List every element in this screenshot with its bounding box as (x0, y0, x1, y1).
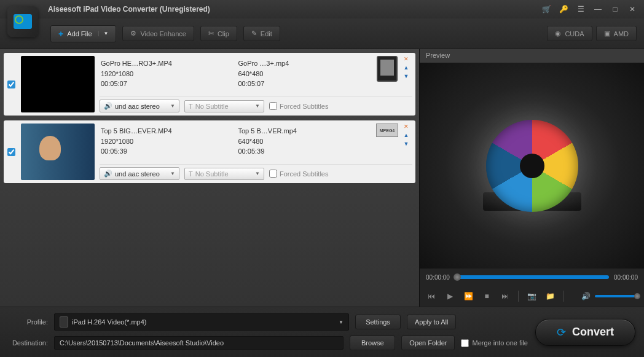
aperture-icon (486, 120, 578, 212)
cuda-label: CUDA (565, 30, 584, 37)
minimize-icon[interactable]: — (591, 4, 605, 15)
titlebar: Aiseesoft iPad Video Converter (Unregist… (0, 0, 644, 18)
item-checkbox[interactable] (7, 80, 15, 88)
mpeg-icon[interactable]: MPEG4 (376, 124, 398, 137)
profile-label: Profile: (9, 318, 48, 326)
refresh-icon: ⟳ (557, 326, 566, 339)
file-list: GoPro HE…RO3+.MP4 1920*1080 00:05:07 GoP… (0, 49, 419, 307)
stop-icon[interactable]: ■ (481, 292, 492, 300)
volume-bar[interactable] (595, 295, 638, 297)
forced-subtitles[interactable]: Forced Subtitles (269, 102, 328, 110)
list-item[interactable]: Top 5 BIG…EVER.MP4 1920*1080 00:05:39 To… (4, 120, 415, 183)
list-item[interactable]: GoPro HE…RO3+.MP4 1920*1080 00:05:07 GoP… (4, 53, 415, 116)
profile-select[interactable]: iPad H.264 Video(*.mp4) ▼ (54, 313, 349, 331)
play-icon[interactable]: ▶ (444, 292, 455, 300)
volume-icon[interactable]: 🔊 (580, 292, 591, 300)
maximize-icon[interactable]: □ (608, 4, 622, 15)
time-start: 00:00:00 (426, 274, 450, 281)
subtitle-icon: T (189, 170, 193, 178)
key-icon[interactable]: 🔑 (557, 4, 570, 15)
source-info: GoPro HE…RO3+.MP4 1920*1080 00:05:07 (100, 56, 237, 96)
apply-all-button[interactable]: Apply to All (407, 315, 456, 329)
convert-button[interactable]: ⟳ Convert (535, 319, 635, 346)
output-info: GoPro …3+.mp4 640*480 00:05:07 (237, 56, 375, 96)
cuda-button[interactable]: ◉ CUDA (547, 26, 592, 41)
toolbar: + Add File ▼ ⚙ Video Enhance ✄ Clip ✎ Ed… (0, 18, 644, 49)
move-down-icon[interactable]: ▼ (402, 141, 410, 148)
forced-subtitles[interactable]: Forced Subtitles (269, 170, 328, 178)
chevron-down-icon: ▼ (339, 320, 344, 325)
subtitle-select[interactable]: T No Subtitle▼ (184, 168, 264, 180)
edit-label: Edit (261, 30, 272, 37)
app-logo (7, 6, 38, 37)
source-info: Top 5 BIG…EVER.MP4 1920*1080 00:05:39 (100, 124, 237, 164)
open-folder-button[interactable]: Open Folder (401, 335, 455, 350)
close-icon[interactable]: ✕ (626, 4, 639, 15)
next-icon[interactable]: ⏭ (500, 292, 511, 300)
merge-checkbox[interactable]: Merge into one file (461, 339, 528, 347)
subtitle-select[interactable]: T No Subtitle▼ (184, 100, 264, 112)
scissors-icon: ✄ (208, 29, 214, 37)
add-file-button[interactable]: + Add File ▼ (50, 25, 116, 42)
snapshot-icon[interactable]: 📷 (526, 292, 537, 300)
settings-button[interactable]: Settings (355, 315, 401, 329)
enhance-label: Video Enhance (140, 30, 186, 37)
destination-label: Destination: (9, 339, 48, 347)
destination-field[interactable]: C:\Users\20150713\Documents\Aiseesoft St… (54, 336, 344, 350)
preview-body[interactable] (420, 63, 644, 269)
preview-label: Preview (420, 49, 644, 63)
add-file-label: Add File (67, 30, 92, 37)
clip-label: Clip (218, 30, 229, 37)
time-end: 00:00:00 (614, 274, 638, 281)
clip-button[interactable]: ✄ Clip (200, 26, 237, 41)
ipad-icon[interactable] (377, 56, 398, 82)
remove-icon[interactable]: ✕ (402, 124, 410, 131)
speaker-icon: 🔊 (104, 102, 112, 110)
speaker-icon: 🔊 (104, 170, 112, 178)
amd-icon: ▣ (604, 29, 610, 37)
enhance-icon: ⚙ (130, 29, 136, 37)
audio-select[interactable]: 🔊 und aac stereo▼ (100, 100, 179, 112)
thumbnail[interactable] (21, 56, 95, 112)
progress-bar[interactable] (455, 275, 609, 279)
item-checkbox[interactable] (7, 148, 15, 156)
browse-button[interactable]: Browse (350, 335, 395, 350)
move-up-icon[interactable]: ▲ (402, 65, 410, 72)
amd-label: AMD (614, 30, 629, 37)
output-info: Top 5 B…VER.mp4 640*480 00:05:39 (237, 124, 375, 164)
bottombar: Profile: iPad H.264 Video(*.mp4) ▼ Setti… (0, 307, 644, 357)
video-enhance-button[interactable]: ⚙ Video Enhance (122, 26, 194, 41)
preview-panel: Preview 00:00:00 00:00:00 ⏮ ▶ ⏩ ■ ⏭ 📷 📁 (419, 49, 644, 307)
convert-label: Convert (572, 326, 614, 339)
remove-icon[interactable]: ✕ (402, 56, 410, 63)
folder-icon[interactable]: 📁 (544, 292, 556, 300)
plus-icon: + (58, 29, 63, 39)
cart-icon[interactable]: 🛒 (540, 4, 553, 15)
menu-icon[interactable]: ☰ (574, 4, 587, 15)
move-up-icon[interactable]: ▲ (402, 132, 410, 139)
chevron-down-icon[interactable]: ▼ (98, 31, 109, 36)
edit-button[interactable]: ✎ Edit (243, 26, 280, 41)
ffwd-icon[interactable]: ⏩ (463, 292, 474, 300)
app-title: Aiseesoft iPad Video Converter (Unregist… (48, 5, 210, 14)
audio-select[interactable]: 🔊 und aac stereo▼ (100, 167, 179, 180)
prev-icon[interactable]: ⏮ (426, 292, 437, 300)
ipad-icon (60, 316, 68, 328)
subtitle-icon: T (189, 103, 193, 110)
move-down-icon[interactable]: ▼ (402, 73, 410, 80)
edit-icon: ✎ (251, 29, 257, 37)
amd-button[interactable]: ▣ AMD (596, 26, 637, 41)
thumbnail[interactable] (21, 124, 95, 180)
cuda-icon: ◉ (555, 29, 561, 37)
